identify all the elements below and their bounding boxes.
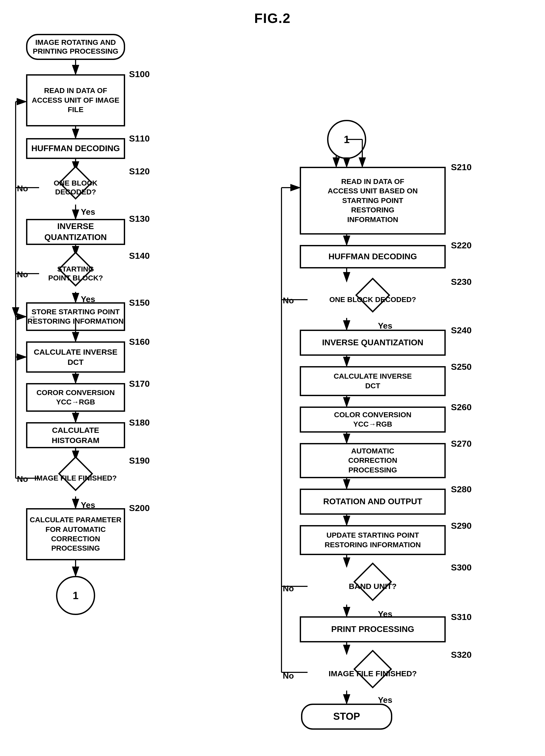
step-s220-label: S220 [451, 240, 471, 250]
diamond-s230: ONE BLOCK DECODED? [300, 281, 446, 318]
s120-yes-label: Yes [81, 207, 95, 217]
s230-no-label: No [283, 296, 294, 305]
diamond-s300: BAND UNIT? [300, 567, 446, 606]
step-s290-label: S290 [451, 521, 471, 531]
rect-s310: PRINT PROCESSING [300, 616, 446, 642]
step-s310-label: S310 [451, 612, 471, 622]
step-s240-label: S240 [451, 325, 471, 335]
step-s160-label: S160 [129, 337, 150, 347]
diamond-s140: STARTING POINT BLOCK? [26, 255, 125, 292]
rect-s130: INVERSE QUANTIZATION [26, 219, 125, 245]
diamond-s120: ONE BLOCK DECODED? [26, 171, 125, 205]
rect-s200: CALCULATE PARAMETER FOR AUTOMATIC CORREC… [26, 508, 125, 560]
rect-s150: STORE STARTING POINT RESTORING INFORMATI… [26, 302, 125, 331]
rect-s250: CALCULATE INVERSE DCT [300, 366, 446, 396]
step-s190-label: S190 [129, 456, 150, 466]
rect-s180: CALCULATE HISTOGRAM [26, 422, 125, 448]
step-s320-label: S320 [451, 650, 471, 660]
step-s180-label: S180 [129, 417, 150, 428]
step-s270-label: S270 [451, 439, 471, 449]
merge-arrow-indicator: → [29, 313, 36, 321]
step-s130-label: S130 [129, 214, 150, 224]
left-connector-1: 1 [56, 576, 95, 615]
rect-s210: READ IN DATA OF ACCESS UNIT BASED ON STA… [300, 167, 446, 235]
rect-s110: HUFFMAN DECODING [26, 138, 125, 159]
step-s110-label: S110 [129, 133, 150, 144]
diamond-s190: IMAGE FILE FINISHED? [26, 460, 125, 496]
s300-no-label: No [283, 584, 294, 593]
rect-s220: HUFFMAN DECODING [300, 245, 446, 268]
page-container: FIG.2 [0, 0, 545, 756]
rect-s270: AUTOMATIC CORRECTION PROCESSING [300, 443, 446, 478]
step-s300-label: S300 [451, 562, 471, 573]
step-s250-label: S250 [451, 362, 471, 372]
step-s100-label: S100 [129, 69, 150, 79]
step-s210-label: S210 [451, 162, 471, 172]
s230-yes-label: Yes [378, 321, 392, 331]
s320-no-label: No [283, 671, 294, 681]
rect-s160: CALCULATE INVERSE DCT [26, 341, 125, 373]
step-s140-label: S140 [129, 251, 150, 261]
step-s230-label: S230 [451, 277, 471, 287]
step-s170-label: S170 [129, 379, 150, 389]
start-oval: IMAGE ROTATING AND PRINTING PROCESSING [26, 34, 125, 60]
rect-s170: COROR CONVERSION YCC→RGB [26, 383, 125, 412]
rect-s240: INVERSE QUANTIZATION [300, 330, 446, 356]
step-s120-label: S120 [129, 166, 150, 176]
diamond-s320: IMAGE FILE FINISHED? [300, 654, 446, 693]
step-s150-label: S150 [129, 298, 150, 308]
step-s200-label: S200 [129, 503, 150, 513]
figure-title: FIG.2 [254, 10, 291, 26]
stop-oval: STOP [301, 704, 392, 730]
rect-s100: READ IN DATA OF ACCESS UNIT OF IMAGE FIL… [26, 74, 125, 126]
rect-s290: UPDATE STARTING POINT RESTORING INFORMAT… [300, 525, 446, 555]
step-s260-label: S260 [451, 402, 471, 412]
step-s280-label: S280 [451, 484, 471, 494]
rect-s280: ROTATION AND OUTPUT [300, 489, 446, 515]
rect-s260: COLOR CONVERSION YCC→RGB [300, 407, 446, 433]
right-connector-1: 1 [327, 120, 366, 159]
